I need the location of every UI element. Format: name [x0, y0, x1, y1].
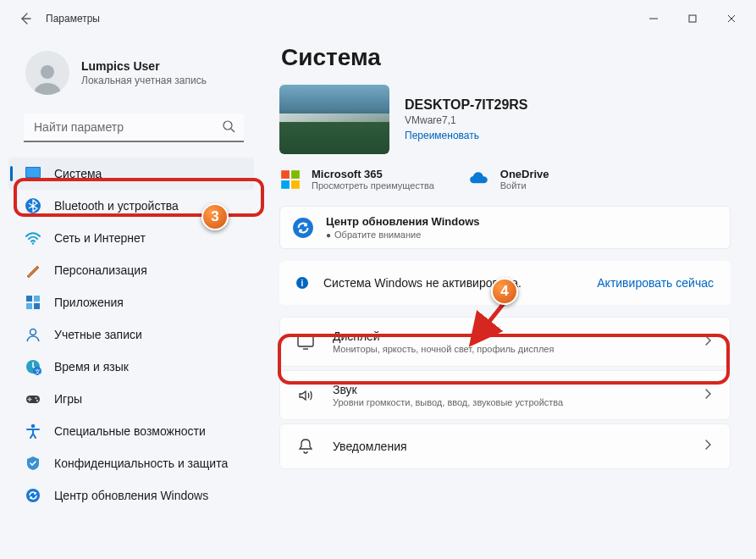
desktop-thumbnail[interactable] [279, 85, 389, 154]
activate-now-link[interactable]: Активировать сейчас [597, 276, 714, 290]
update-title: Центр обновления Windows [326, 215, 480, 228]
pc-row: DESKTOP-7IT29RS VMware7,1 Переименовать [279, 85, 731, 154]
promo-m365[interactable]: Microsoft 365 Просмотреть преимущества [279, 168, 434, 191]
info-icon: i [296, 277, 308, 289]
svg-point-6 [32, 242, 35, 245]
games-icon [24, 390, 42, 408]
svg-rect-8 [34, 296, 40, 302]
chevron-right-icon [701, 334, 715, 351]
pc-model: VMware7,1 [405, 114, 528, 126]
sidebar-item-label: Сеть и Интернет [54, 231, 146, 245]
minimize-button[interactable] [634, 6, 673, 31]
svg-rect-23 [291, 180, 300, 189]
svg-point-16 [35, 397, 36, 399]
setting-notifications[interactable]: Уведомления [279, 423, 731, 469]
sidebar-item-system[interactable]: Система [8, 158, 254, 190]
sidebar-item-accessibility[interactable]: Специальные возможности [8, 415, 254, 447]
svg-point-17 [36, 400, 38, 401]
sidebar-item-label: Центр обновления Windows [54, 489, 208, 502]
avatar [25, 51, 69, 95]
setting-display[interactable]: Дисплей Мониторы, яркость, ночной свет, … [279, 317, 731, 367]
sidebar-item-label: Учетные записи [54, 328, 142, 341]
sidebar-item-gaming[interactable]: Игры [8, 383, 254, 415]
account-icon [24, 325, 42, 344]
wifi-icon [24, 229, 42, 247]
setting-title: Звук [333, 383, 701, 396]
sidebar-item-time[interactable]: 文 Время и язык [8, 351, 254, 383]
sidebar-item-update[interactable]: Центр обновления Windows [8, 479, 254, 512]
windows-update-row[interactable]: Центр обновления Windows ●Обратите внима… [279, 206, 731, 249]
setting-subtitle: Мониторы, яркость, ночной свет, профиль … [333, 344, 701, 354]
sidebar-item-label: Время и язык [54, 360, 129, 374]
titlebar: Параметры [0, 0, 756, 37]
search-input[interactable] [24, 113, 244, 142]
profile-block[interactable]: Lumpics User Локальная учетная запись [8, 41, 254, 110]
apps-icon [24, 293, 42, 312]
activation-text: Система Windows не активирована. [323, 276, 597, 290]
setting-subtitle: Уровни громкости, вывод, ввод, звуковые … [333, 397, 701, 407]
window-title: Параметры [46, 13, 100, 25]
svg-text:文: 文 [35, 368, 41, 374]
system-icon [24, 164, 42, 183]
sidebar-item-label: Bluetooth и устройства [54, 199, 179, 213]
close-button[interactable] [712, 6, 751, 31]
svg-rect-25 [298, 336, 313, 346]
callout-badge-4: 4 [491, 278, 518, 305]
pc-name: DESKTOP-7IT29RS [405, 97, 528, 113]
promo-subtitle: Войти [500, 180, 549, 191]
svg-point-2 [223, 121, 232, 130]
privacy-icon [24, 454, 42, 473]
back-button[interactable] [14, 7, 37, 30]
update-subtitle: ●Обратите внимание [326, 230, 480, 240]
svg-rect-20 [281, 170, 290, 179]
time-icon: 文 [24, 357, 42, 376]
sidebar-item-apps[interactable]: Приложения [8, 286, 254, 318]
chevron-right-icon [701, 438, 715, 455]
page-heading: Система [281, 44, 731, 71]
sidebar-item-label: Приложения [54, 296, 124, 309]
svg-point-18 [31, 424, 36, 429]
profile-subtitle: Локальная учетная запись [81, 75, 207, 86]
display-icon [295, 332, 316, 352]
bell-icon [295, 436, 316, 457]
search-wrap [24, 113, 244, 142]
sidebar: Lumpics User Локальная учетная запись Си… [0, 37, 261, 559]
promo-onedrive[interactable]: OneDrive Войти [468, 168, 549, 191]
svg-point-19 [26, 489, 40, 502]
close-icon [725, 12, 738, 25]
person-icon [30, 61, 64, 95]
sidebar-item-label: Конфиденциальность и защита [54, 457, 228, 470]
chevron-right-icon [701, 387, 715, 404]
update-icon [292, 217, 314, 239]
onedrive-icon [468, 169, 490, 191]
promo-title: Microsoft 365 [312, 168, 434, 180]
svg-rect-21 [291, 170, 300, 179]
setting-sound[interactable]: Звук Уровни громкости, вывод, ввод, звук… [279, 370, 731, 420]
sidebar-item-label: Персонализация [54, 263, 147, 277]
search-icon [222, 119, 235, 136]
minimize-icon [647, 12, 660, 25]
setting-title: Дисплей [333, 329, 701, 343]
setting-title: Уведомления [333, 440, 701, 453]
maximize-button[interactable] [673, 6, 712, 31]
m365-icon [279, 169, 301, 191]
sidebar-item-personalization[interactable]: Персонализация [8, 254, 254, 286]
bluetooth-icon [24, 196, 42, 215]
promo-subtitle: Просмотреть преимущества [312, 180, 434, 191]
sidebar-item-label: Система [54, 167, 102, 180]
profile-name: Lumpics User [81, 59, 207, 73]
arrow-left-icon [19, 12, 32, 25]
svg-point-11 [30, 329, 36, 335]
svg-rect-7 [26, 296, 32, 302]
rename-link[interactable]: Переименовать [405, 130, 528, 141]
promo-title: OneDrive [500, 168, 549, 180]
maximize-icon [686, 12, 699, 25]
update-icon [24, 486, 42, 505]
sidebar-item-privacy[interactable]: Конфиденциальность и защита [8, 447, 254, 479]
sidebar-item-accounts[interactable]: Учетные записи [8, 318, 254, 351]
svg-rect-10 [34, 303, 40, 309]
sidebar-item-label: Игры [54, 392, 82, 406]
svg-rect-9 [26, 303, 32, 309]
svg-rect-0 [689, 15, 696, 22]
callout-badge-3: 3 [201, 203, 229, 230]
